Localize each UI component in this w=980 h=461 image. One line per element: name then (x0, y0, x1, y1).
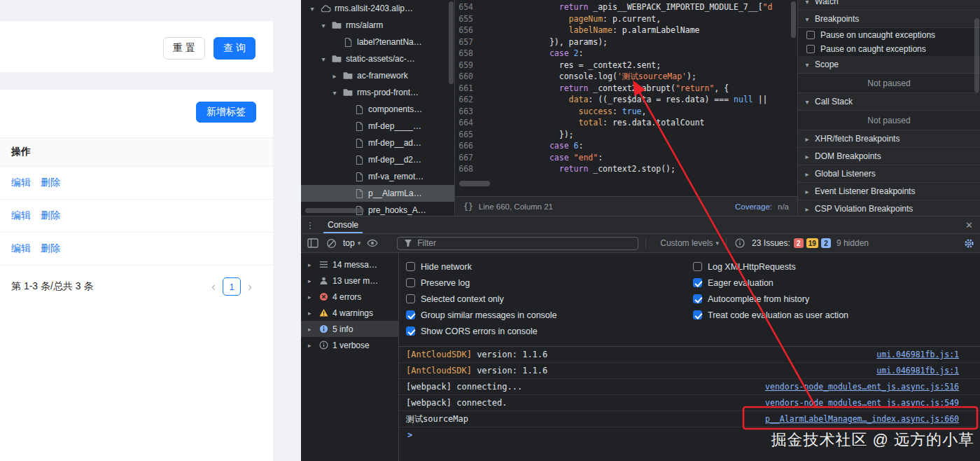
source-link[interactable]: umi.046981fb.js:1 (876, 350, 959, 359)
query-button[interactable]: 查 询 (214, 37, 255, 60)
code-area[interactable]: 654return _apis__WEBPACK_IMPORTED_MODULE… (455, 1, 790, 175)
issue-count-badge[interactable]: 19 (806, 238, 818, 248)
vertical-scrollbar[interactable] (974, 18, 979, 92)
setting-preserve-log[interactable]: Preserve log (406, 275, 693, 291)
tree-item-rms-prod-front[interactable]: ▾rms-prod-front… (301, 84, 454, 101)
checkbox[interactable] (693, 278, 702, 287)
tree-item-mf-dep-ad[interactable]: mf-dep__ad… (301, 135, 454, 151)
line-number[interactable]: 660 (455, 71, 482, 83)
line-number[interactable]: 666 (455, 140, 482, 152)
checkbox[interactable] (406, 294, 415, 303)
chevron-right-icon[interactable]: ▸ (308, 310, 314, 317)
coverage-label[interactable]: Coverage: (735, 202, 772, 211)
tree-item-static-assets-ac[interactable]: ▾static-assets/ac-… (301, 50, 454, 67)
console-filter-4-warnings[interactable]: ▸4 warnings (301, 305, 398, 321)
section-scope[interactable]: ▾Scope (798, 56, 980, 74)
section-global-listeners[interactable]: ▸Global Listeners (798, 165, 980, 183)
add-label-button[interactable]: 新增标签 (196, 102, 256, 123)
checkbox[interactable] (406, 310, 415, 319)
console-settings-gear-icon[interactable] (964, 238, 974, 249)
setting-treat-code-evaluation-as-user-action[interactable]: Treat code evaluation as user action (693, 307, 848, 323)
filter-box[interactable] (397, 237, 638, 250)
console-filter-14-messa[interactable]: ▸14 messa… (301, 256, 398, 273)
issue-count-badge[interactable]: 2 (821, 238, 831, 248)
console-filter-5-info[interactable]: ▸5 info (301, 321, 398, 337)
chevron-down-icon[interactable]: ▾ (319, 55, 328, 63)
option-pause-on-caught-exceptions[interactable]: Pause on caught exceptions (798, 42, 980, 56)
line-number[interactable]: 654 (455, 1, 482, 13)
section-csp-violation-breakpoints[interactable]: ▸CSP Violation Breakpoints (798, 200, 980, 216)
line-number[interactable]: 657 (455, 36, 482, 48)
more-options-icon[interactable]: ⋮ (301, 220, 319, 230)
setting-eager-evaluation[interactable]: Eager evaluation (693, 275, 848, 291)
line-number[interactable]: 665 (455, 129, 482, 141)
line-number[interactable]: 663 (455, 106, 482, 118)
checkbox[interactable] (406, 262, 415, 271)
reset-button[interactable]: 重 置 (163, 37, 205, 60)
tab-console[interactable]: Console (319, 216, 367, 233)
checkbox[interactable] (693, 310, 702, 319)
close-icon[interactable]: ✕ (965, 220, 973, 230)
checkbox[interactable] (693, 262, 702, 271)
line-number[interactable]: 658 (455, 48, 482, 60)
chevron-right-icon[interactable]: ▸ (308, 261, 314, 268)
tree-item-mf-dep-d2[interactable]: mf-dep__d2… (301, 151, 454, 168)
tree-item-mf-dep[interactable]: mf-dep____… (301, 118, 454, 135)
console-sidebar-toggle-icon[interactable] (307, 237, 319, 249)
section-dom-breakpoints[interactable]: ▸DOM Breakpoints (798, 148, 980, 165)
issue-count-badge[interactable]: 2 (794, 238, 804, 248)
source-link[interactable]: p__AlarmLabelManagem…_index.async.js:660 (765, 414, 959, 424)
scrollbar-thumb[interactable] (305, 208, 364, 213)
line-number[interactable]: 664 (455, 117, 482, 129)
scrollbar-thumb[interactable] (449, 1, 454, 84)
tree-item-components[interactable]: components… (301, 101, 454, 118)
console-prompt[interactable]: > (399, 427, 980, 443)
clear-console-icon[interactable] (325, 237, 337, 249)
section-breakpoints[interactable]: ▾Breakpoints (798, 11, 980, 28)
tree-item-mf-va-remot[interactable]: mf-va_remot… (301, 168, 454, 185)
current-page-button[interactable]: 1 (223, 277, 241, 296)
console-filter-13-user-m[interactable]: ▸13 user m… (301, 273, 398, 289)
chevron-down-icon[interactable]: ▾ (330, 89, 339, 97)
tree-item-rms-allsit-2403-alip[interactable]: ▾rms.allsit-2403.alip… (301, 0, 454, 17)
issues-counter[interactable]: 23 Issues: 2192 (752, 238, 831, 248)
setting-selected-context-only[interactable]: Selected context only (406, 291, 693, 307)
checkbox[interactable] (806, 45, 815, 53)
live-expression-icon[interactable] (366, 237, 379, 249)
horizontal-scrollbar[interactable] (459, 181, 490, 186)
line-number[interactable]: 668 (455, 163, 482, 175)
next-page-button[interactable]: › (248, 280, 252, 293)
section-xhr-fetch-breakpoints[interactable]: ▸XHR/fetch Breakpoints (798, 130, 980, 148)
chevron-right-icon[interactable]: ▸ (330, 72, 339, 80)
line-number[interactable]: 662 (455, 94, 482, 106)
previous-page-button[interactable]: ‹ (211, 280, 216, 293)
tree-item-label-tenantna[interactable]: label?tenantNa… (301, 34, 454, 50)
source-link[interactable]: vendors-node_modules…ent_js.async.js:549 (765, 398, 959, 408)
line-number[interactable]: 655 (455, 13, 482, 25)
setting-hide-network[interactable]: Hide network (406, 259, 693, 275)
chevron-down-icon[interactable]: ▾ (319, 22, 328, 29)
line-number[interactable]: 659 (455, 60, 482, 71)
checkbox[interactable] (406, 326, 415, 336)
edit-link[interactable]: 编辑 (11, 242, 31, 255)
chevron-down-icon[interactable]: ▾ (308, 5, 316, 13)
filter-input[interactable] (417, 238, 634, 248)
edit-link[interactable]: 编辑 (11, 177, 31, 189)
line-number[interactable]: 656 (455, 25, 482, 36)
section-event-listener-breakpoints[interactable]: ▸Event Listener Breakpoints (798, 183, 980, 200)
console-filter-4-errors[interactable]: ▸4 errors (301, 289, 398, 305)
delete-link[interactable]: 删除 (41, 242, 60, 255)
setting-autocomplete-from-history[interactable]: Autocomplete from history (693, 291, 848, 307)
checkbox[interactable] (693, 294, 702, 303)
section-watch[interactable]: ▾Watch (798, 0, 980, 11)
edit-link[interactable]: 编辑 (11, 209, 31, 222)
vertical-scrollbar[interactable] (791, 1, 796, 38)
setting-show-cors-errors-in-console[interactable]: Show CORS errors in console (406, 323, 693, 339)
checkbox[interactable] (806, 31, 815, 39)
tree-item-ac-framework[interactable]: ▸ac-framework (301, 67, 454, 84)
line-number[interactable]: 661 (455, 83, 482, 95)
chevron-right-icon[interactable]: ▸ (308, 342, 314, 349)
option-pause-on-uncaught-exceptions[interactable]: Pause on uncaught exceptions (798, 28, 980, 42)
tree-item-rms-alarm[interactable]: ▾rms/alarm (301, 17, 454, 34)
pretty-print-icon[interactable]: {} (463, 202, 473, 212)
